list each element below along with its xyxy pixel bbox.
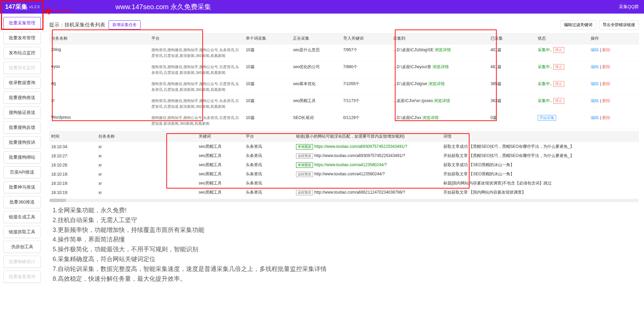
feature-line: 2.挂机自动采集，无需人工坚守 (53, 215, 636, 225)
browse-link[interactable]: 浏览详情 (422, 115, 439, 120)
sidebar-item[interactable]: 链接生成工具 (3, 211, 41, 223)
log-keyword: seo黑帽工具 (197, 151, 244, 160)
new-task-button[interactable]: 新增采集任务 (109, 20, 141, 30)
browse-link[interactable]: 浏览详情 (434, 98, 450, 103)
sidebar-item[interactable]: 伪原创工具 (3, 241, 41, 253)
log-url[interactable]: https://www.toutiao.com/a4123580244/? (314, 162, 387, 167)
edit-link[interactable]: 编辑 (591, 47, 599, 52)
log-time: 16:10:19: (49, 179, 96, 188)
task-single: 10篇 (244, 44, 291, 61)
sidebar: 批量采集管理批量发布管理发布站点监控批量排名监控收录数据查询批量搜狗推送搜狗验证… (3, 17, 41, 286)
task-imported: 7/957个 (341, 44, 391, 61)
edit-link[interactable]: 编辑 (591, 81, 599, 86)
log-row: 16:10:27:xrseo黑帽工具头条资讯远程预览http://www.tou… (49, 151, 639, 160)
task-path: ...D:\桌面\CJ\zblog\SE 浏览详情 (391, 44, 489, 61)
task-current: seo是什么意思 (291, 44, 341, 61)
app-version: v1.2.3 (29, 5, 39, 9)
preview-tag[interactable]: 本地预览 (296, 144, 313, 150)
log-row: 16:10:19:xrseo黑帽工具头条资讯远程预览http://www.tou… (49, 170, 639, 179)
sidebar-item[interactable]: 收录数据查询 (3, 77, 41, 89)
log-keyword: seo黑帽工具 (197, 179, 244, 188)
delete-link[interactable]: 删除 (602, 115, 610, 120)
delete-link[interactable]: 删除 (602, 81, 610, 86)
task-table: 任务名称平台单个词采集正在采集导入关键词采集到已采集状态操作 zblog搜狗资讯… (49, 33, 639, 129)
stop-button[interactable]: 停止 (553, 98, 564, 104)
start-button[interactable]: 开始采集 (538, 115, 556, 121)
log-link: 远程预览http://www.toutiao.com/a666211247023… (294, 188, 441, 197)
task-collected: 0篇 (489, 112, 536, 129)
sidebar-item[interactable]: 批量搜狗反馈 (3, 121, 41, 134)
log-url[interactable]: http://www.toutiao.com/a4123580244/? (314, 172, 385, 176)
task-column-header: 正在采集 (291, 33, 341, 44)
log-keyword: seo黑帽工具 (197, 188, 244, 197)
task-column-header: 任务名称 (49, 33, 149, 44)
sidebar-item[interactable]: 批量发布管理 (3, 32, 41, 44)
log-table: 时间任务名称关键词平台链接(最小的网站可能没有匹配，如需要可群内反馈增加规则)详… (49, 131, 639, 197)
task-column-header: 已采集 (489, 33, 536, 44)
sidebar-item[interactable]: 批量蜘蛛统计 (3, 256, 41, 268)
sidebar-item[interactable]: 批量搜狗推送 (3, 92, 41, 104)
log-task: xr (96, 160, 197, 170)
log-time: 16:10:26: (49, 160, 96, 170)
delete-link[interactable]: 删除 (602, 64, 610, 69)
sidebar-item[interactable]: 批量搜狗投诉 (3, 136, 41, 149)
sidebar-item[interactable]: 链接抓取工具 (3, 226, 41, 238)
edit-filter-button[interactable]: 编辑过滤关键词 (560, 20, 596, 30)
log-detail: 获取文章成功 【黑帽SEO技巧，黑帽SEO有哪些手法，为什么要避免_】 (441, 142, 639, 151)
log-column-header: 时间 (49, 131, 96, 142)
task-single: 10篇 (244, 78, 291, 95)
browse-link[interactable]: 浏览详情 (428, 81, 445, 86)
task-name: Wordpress (49, 112, 149, 129)
qq-group-link[interactable]: 采集QQ群 (619, 4, 639, 10)
stop-button[interactable]: 停止 (553, 81, 564, 87)
log-platform: 头条资讯 (244, 188, 294, 197)
edit-link[interactable]: 编辑 (591, 64, 599, 69)
log-platform: 头条资讯 (244, 151, 294, 160)
log-row: 16:10:26:xrseo黑帽工具头条资讯本地预览https://www.to… (49, 160, 639, 170)
feature-list: 1.全网采集功能，永久免费!2.挂机自动采集，无需人工坚守3.更新频率快，功能增… (49, 202, 639, 287)
sidebar-item[interactable]: 批量神马推送 (3, 181, 41, 193)
task-collected: 461篇 (489, 61, 536, 78)
task-single: 10篇 (244, 61, 291, 78)
stop-button[interactable]: 停止 (553, 47, 564, 53)
stop-button[interactable]: 停止 (553, 64, 564, 70)
log-url[interactable]: http://www.toutiao.com/a6930975745225343… (314, 153, 405, 158)
delete-link[interactable]: 删除 (602, 47, 610, 52)
sidebar-item[interactable]: 批量360推送 (3, 196, 41, 208)
sidebar-item[interactable]: 批量备案查询 (3, 271, 41, 283)
export-errors-button[interactable]: 导出全部错误链接 (599, 20, 639, 30)
browse-link[interactable]: 浏览详情 (435, 47, 451, 52)
preview-tag[interactable]: 远程预览 (296, 190, 313, 195)
task-row: eyou搜狗资讯,搜狗微信,搜狗知乎,搜狗公众号,百度资讯,头条资讯,百度知道,… (49, 61, 639, 78)
delete-link[interactable]: 删除 (602, 98, 610, 103)
sidebar-item[interactable]: 批量排名监控 (3, 62, 41, 74)
browse-link[interactable]: 浏览详情 (433, 64, 449, 69)
sidebar-item[interactable]: 批量采集管理 (3, 17, 41, 29)
task-column-header: 操作 (589, 33, 639, 44)
log-keyword: seo黑帽工具 (197, 170, 244, 179)
preview-tag[interactable]: 本地预览 (296, 162, 313, 168)
log-row: 16:10:19:xrseo黑帽工具头条资讯标题[国内网站内容篡改现状调查]不包… (49, 179, 639, 188)
edit-link[interactable]: 编辑 (591, 115, 599, 120)
feature-line: 6.采集精确度高，符合网站关键词定位 (53, 254, 636, 264)
log-platform: 头条资讯 (244, 170, 294, 179)
sidebar-item[interactable]: 批量搜狗绑站 (3, 151, 41, 163)
log-link: 远程预览http://www.toutiao.com/a693097574522… (294, 151, 441, 160)
sidebar-item[interactable]: 搜狗验证推送 (3, 106, 41, 119)
log-time: 16:10:34: (49, 142, 96, 151)
log-detail: 开始获取文章 【黑帽SEO技巧，黑帽SEO有哪些手法，为什么要避免_】 (441, 151, 639, 160)
task-name: dg (49, 78, 149, 95)
log-url[interactable]: http://www.toutiao.com/a6662112470234038… (314, 190, 405, 195)
log-link: 本地预览https://www.toutiao.com/a4123580244/… (294, 160, 441, 170)
sidebar-item[interactable]: 百度API推送 (3, 166, 41, 178)
sidebar-item[interactable]: 发布站点监控 (3, 47, 41, 59)
task-path: ...D:\桌面\CJ\xx 浏览详情 (391, 112, 489, 129)
log-scrollbar[interactable] (49, 199, 639, 202)
log-row: 16:10:34:xrseo黑帽工具头条资讯本地预览https://www.to… (49, 142, 639, 151)
edit-link[interactable]: 编辑 (591, 98, 599, 103)
preview-tag[interactable]: 远程预览 (296, 172, 313, 177)
preview-tag[interactable]: 远程预览 (296, 153, 313, 159)
task-single: 10篇 (244, 112, 291, 129)
log-url[interactable]: https://www.toutiao.com/a693097574522534… (314, 144, 407, 149)
log-task: xr (96, 170, 197, 179)
